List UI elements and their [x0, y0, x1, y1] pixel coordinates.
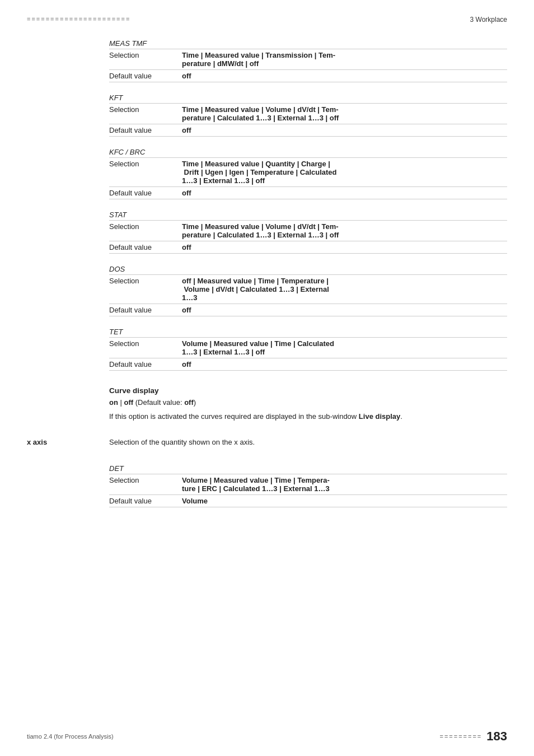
- value-selection: Volume | Measured value | Time | Calcula…: [182, 338, 507, 358]
- table-row: Default value off: [109, 241, 507, 254]
- x-axis-label: x axis: [27, 438, 47, 446]
- value-default: off: [182, 358, 507, 371]
- tet-table: Selection Volume | Measured value | Time…: [109, 337, 507, 371]
- footer-page-number: 183: [486, 729, 507, 744]
- label-selection: Selection: [109, 275, 182, 304]
- value-selection: Time | Measured value | Volume | dV/dt |…: [182, 104, 507, 124]
- table-row: Selection Time | Measured value | Volume…: [109, 221, 507, 241]
- footer-app-name: tiamo 2.4 (for Process Analysis): [27, 733, 114, 740]
- x-axis-section: x axis Selection of the quantity shown o…: [109, 438, 507, 507]
- label-default: Default value: [109, 70, 182, 82]
- label-default: Default value: [109, 187, 182, 199]
- section-heading-det: DET: [109, 459, 507, 474]
- footer-right: ========= 183: [439, 729, 507, 744]
- label-default: Default value: [109, 358, 182, 371]
- section-kfc-brc: KFC / BRC Selection Time | Measured valu…: [109, 142, 507, 199]
- label-default: Default value: [109, 241, 182, 254]
- section-tet: TET Selection Volume | Measured value | …: [109, 322, 507, 371]
- header-dashes: ======================: [27, 16, 130, 22]
- kft-table: Selection Time | Measured value | Volume…: [109, 103, 507, 137]
- options-default-value: off: [184, 398, 194, 407]
- value-default: off: [182, 241, 507, 254]
- section-heading-meas-tmf: MEAS TMF: [109, 34, 507, 49]
- table-row: Selection Time | Measured value | Transm…: [109, 49, 507, 70]
- value-default: off: [182, 304, 507, 316]
- value-selection: Time | Measured value | Volume | dV/dt |…: [182, 221, 507, 241]
- table-row: Selection Time | Measured value | Volume…: [109, 104, 507, 124]
- kfc-brc-table: Selection Time | Measured value | Quanti…: [109, 157, 507, 199]
- section-meas-tmf: MEAS TMF Selection Time | Measured value…: [109, 34, 507, 82]
- curve-display-options: on | off (Default value: off): [109, 398, 507, 407]
- table-row: Default value off: [109, 70, 507, 82]
- label-selection: Selection: [109, 158, 182, 187]
- label-selection: Selection: [109, 104, 182, 124]
- table-row: Default value off: [109, 124, 507, 137]
- value-selection: Time | Measured value | Quantity | Charg…: [182, 158, 507, 187]
- table-row: Default value off: [109, 304, 507, 316]
- section-heading-stat: STAT: [109, 205, 507, 220]
- det-table: Selection Volume | Measured value | Time…: [109, 474, 507, 507]
- footer-dashes: =========: [439, 733, 482, 740]
- label-default: Default value: [109, 304, 182, 316]
- value-selection: off | Measured value | Time | Temperatur…: [182, 275, 507, 304]
- value-default: off: [182, 187, 507, 199]
- curve-display-description: If this option is activated the curves r…: [109, 411, 507, 422]
- page-footer: tiamo 2.4 (for Process Analysis) =======…: [0, 729, 534, 744]
- header-chapter: 3 Workplace: [470, 16, 507, 24]
- curve-display-title: Curve display: [109, 386, 507, 395]
- value-selection: Volume | Measured value | Time | Tempera…: [182, 474, 507, 494]
- label-default: Default value: [109, 124, 182, 137]
- table-row: Selection Volume | Measured value | Time…: [109, 474, 507, 494]
- section-stat: STAT Selection Time | Measured value | V…: [109, 205, 507, 254]
- label-selection: Selection: [109, 49, 182, 70]
- table-row: Default value off: [109, 187, 507, 199]
- section-heading-kft: KFT: [109, 88, 507, 103]
- label-selection: Selection: [109, 474, 182, 494]
- options-on-off: on | off: [109, 398, 133, 407]
- label-selection: Selection: [109, 221, 182, 241]
- stat-table: Selection Time | Measured value | Volume…: [109, 220, 507, 254]
- section-det: DET Selection Volume | Measured value | …: [109, 459, 507, 507]
- curve-display-section: Curve display on | off (Default value: o…: [109, 386, 507, 422]
- options-default-label: (Default value:: [135, 398, 184, 407]
- section-heading-dos: DOS: [109, 259, 507, 274]
- table-row: Selection Volume | Measured value | Time…: [109, 338, 507, 358]
- meas-tmf-table: Selection Time | Measured value | Transm…: [109, 49, 507, 82]
- table-row: Default value Volume: [109, 494, 507, 507]
- section-heading-tet: TET: [109, 322, 507, 337]
- x-axis-description: Selection of the quantity shown on the x…: [109, 438, 255, 446]
- section-dos: DOS Selection off | Measured value | Tim…: [109, 259, 507, 316]
- label-default: Default value: [109, 494, 182, 507]
- value-default: off: [182, 124, 507, 137]
- label-selection: Selection: [109, 338, 182, 358]
- options-end: ): [194, 398, 196, 407]
- section-heading-kfc-brc: KFC / BRC: [109, 142, 507, 157]
- value-default: off: [182, 70, 507, 82]
- value-default: Volume: [182, 494, 507, 507]
- value-selection: Time | Measured value | Transmission | T…: [182, 49, 507, 70]
- table-row: Selection off | Measured value | Time | …: [109, 275, 507, 304]
- section-kft: KFT Selection Time | Measured value | Vo…: [109, 88, 507, 137]
- table-row: Selection Time | Measured value | Quanti…: [109, 158, 507, 187]
- table-row: Default value off: [109, 358, 507, 371]
- dos-table: Selection off | Measured value | Time | …: [109, 274, 507, 316]
